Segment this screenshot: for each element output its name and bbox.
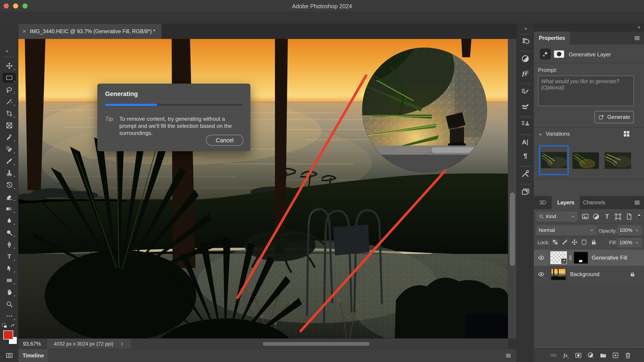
horizontal-scrollbar-thumb[interactable]: [263, 342, 370, 346]
canvas[interactable]: Generating Tip: To remove content, try g…: [18, 39, 508, 338]
tool-move[interactable]: [2, 60, 16, 71]
swap-colors-icon[interactable]: [10, 323, 16, 330]
toolbar-collapse-icon[interactable]: »: [6, 48, 9, 54]
kind-filter-label: Kind: [546, 213, 556, 219]
libraries-panel-icon[interactable]: [521, 187, 530, 196]
panel-collapse-icon[interactable]: »: [638, 24, 641, 30]
variation-thumbnail-3[interactable]: [604, 152, 632, 169]
layer-styles-icon[interactable]: fx: [562, 352, 570, 359]
adjustment-layer-icon[interactable]: [587, 352, 594, 359]
tab-properties[interactable]: Properties: [534, 32, 570, 44]
filter-shape-layers-icon[interactable]: [614, 213, 622, 220]
tool-eyedropper[interactable]: [2, 132, 16, 143]
layer-thumbnail[interactable]: [551, 268, 566, 280]
filter-smart-objects-icon[interactable]: [625, 213, 633, 220]
layers-menu-icon[interactable]: [634, 199, 641, 206]
foreground-color-swatch[interactable]: [3, 330, 13, 340]
vertical-scrollbar[interactable]: [508, 39, 516, 338]
divider: [516, 114, 534, 114]
lock-position-icon[interactable]: [571, 239, 578, 246]
add-mask-icon[interactable]: [575, 352, 582, 359]
document-tab[interactable]: × IMG_3440.HEIC @ 93.7% (Generative Fill…: [18, 24, 161, 39]
blend-mode-value: Normal: [539, 227, 555, 233]
filter-pixel-layers-icon[interactable]: [581, 213, 589, 220]
fill-dropdown[interactable]: 100%: [618, 238, 641, 247]
eraser-icon: [6, 193, 13, 201]
lock-pixels-icon[interactable]: [562, 239, 568, 246]
filter-type-layers-icon[interactable]: T: [603, 213, 611, 220]
tab-layers[interactable]: Layers: [552, 196, 580, 209]
blend-mode-dropdown[interactable]: Normal: [536, 226, 596, 235]
visibility-toggle[interactable]: [534, 250, 548, 266]
tool-lasso[interactable]: [2, 84, 16, 95]
lock-artboard-icon[interactable]: [581, 239, 588, 246]
variation-thumbnail-1[interactable]: [539, 145, 569, 175]
visibility-toggle[interactable]: [534, 266, 548, 282]
tool-spot-healing[interactable]: [2, 144, 16, 155]
tool-more[interactable]: [2, 311, 16, 321]
close-icon[interactable]: ×: [22, 28, 26, 35]
tool-path-selection[interactable]: [2, 263, 16, 274]
clone-source-panel-icon[interactable]: [521, 120, 530, 129]
generate-button[interactable]: Generate: [594, 111, 634, 123]
generative-layer-button[interactable]: [540, 49, 551, 60]
new-group-icon[interactable]: [600, 352, 607, 359]
tool-pen[interactable]: [2, 239, 16, 250]
tool-presets-panel-icon[interactable]: [521, 169, 530, 178]
lock-transparency-icon[interactable]: [552, 239, 558, 246]
delete-layer-icon[interactable]: [624, 352, 632, 359]
filter-toggle[interactable]: [636, 212, 642, 221]
layer-mask-chip[interactable]: [554, 50, 564, 58]
paragraph-panel-icon[interactable]: ¶: [521, 151, 530, 160]
prompt-input[interactable]: [538, 76, 634, 106]
layer-name: Generative Fill: [592, 255, 627, 261]
tool-hand[interactable]: [2, 287, 16, 297]
tab-timeline[interactable]: Timeline: [18, 349, 48, 362]
brushes-panel-icon[interactable]: [521, 102, 530, 111]
tool-clone-stamp[interactable]: [2, 168, 16, 178]
tool-type[interactable]: T: [2, 251, 16, 262]
tool-history-brush[interactable]: [2, 180, 16, 190]
dock-collapse-icon[interactable]: «: [524, 26, 528, 32]
zoom-level[interactable]: 93.67%: [23, 341, 41, 347]
variation-thumbnail-2[interactable]: [572, 152, 600, 169]
link-layers-icon[interactable]: [550, 352, 557, 359]
tab-3d[interactable]: 3D: [534, 196, 552, 209]
tool-rectangular-marquee[interactable]: [2, 72, 16, 83]
document-info[interactable]: 4032 px x 3024 px (72 ppi): [47, 339, 131, 349]
tool-eraser[interactable]: [2, 191, 16, 202]
new-layer-icon[interactable]: [612, 352, 619, 359]
tool-dodge[interactable]: [2, 227, 16, 238]
layer-thumbnail[interactable]: [550, 251, 567, 264]
brush-settings-panel-icon[interactable]: [521, 87, 530, 96]
variations-grid-icon[interactable]: [622, 130, 631, 138]
tool-brush[interactable]: [2, 156, 16, 166]
adjustments-panel-icon[interactable]: [521, 54, 530, 63]
tool-gradient[interactable]: [2, 203, 16, 214]
tool-object-selection[interactable]: [2, 96, 16, 107]
variations-chevron-icon[interactable]: [538, 132, 544, 138]
character-panel-icon[interactable]: A: [521, 138, 530, 147]
kind-filter-dropdown[interactable]: Kind: [536, 212, 578, 221]
quick-mask-button[interactable]: [2, 350, 16, 361]
panel-menu-icon[interactable]: [634, 34, 641, 42]
tool-frame[interactable]: [2, 120, 16, 131]
tool-rectangle[interactable]: [2, 275, 16, 285]
timeline-menu-icon[interactable]: [505, 352, 512, 359]
history-panel-icon[interactable]: [521, 37, 530, 46]
lock-all-icon[interactable]: [590, 239, 597, 246]
opacity-dropdown[interactable]: 100%: [618, 226, 641, 235]
tool-zoom[interactable]: [2, 299, 16, 309]
cancel-button[interactable]: Cancel: [206, 135, 244, 146]
layer-row-background[interactable]: Background: [534, 266, 644, 282]
layer-row-generative-fill[interactable]: Generative Fill: [534, 250, 644, 266]
tool-crop[interactable]: [2, 108, 16, 119]
layers-tab-row: 3D Layers Channels: [534, 196, 644, 209]
vertical-scrollbar-thumb[interactable]: [510, 192, 515, 266]
filter-adjustment-layers-icon[interactable]: [592, 213, 600, 220]
tool-blur[interactable]: [2, 215, 16, 226]
layer-mask-thumbnail[interactable]: [574, 252, 588, 264]
styles-panel-icon[interactable]: fx: [521, 69, 530, 78]
tab-channels[interactable]: Channels: [578, 196, 611, 209]
default-colors-icon[interactable]: [2, 323, 8, 330]
